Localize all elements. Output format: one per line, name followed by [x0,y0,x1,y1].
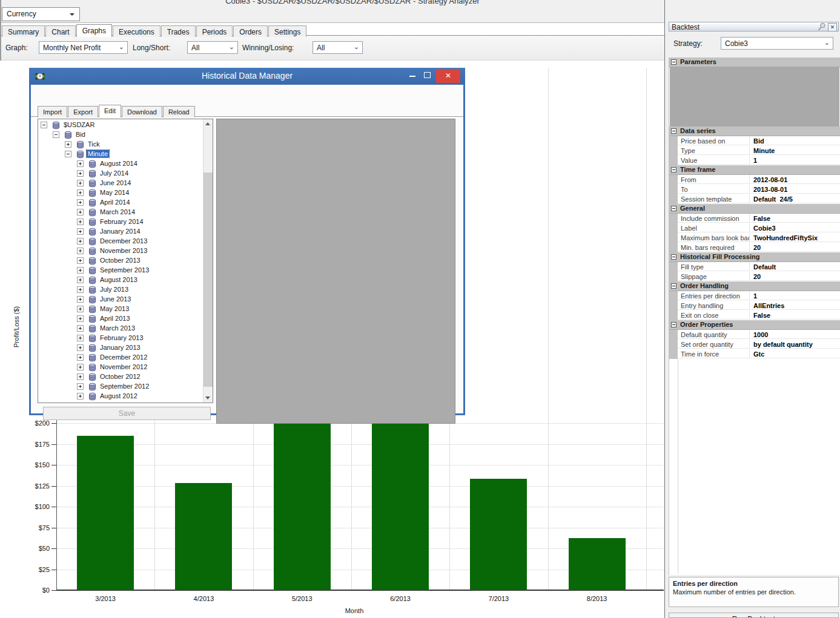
expand-plus-icon[interactable] [65,141,71,148]
tree-item[interactable]: December 2013 [38,237,211,246]
tree-item[interactable]: October 2013 [38,256,211,266]
close-button[interactable]: ✕ [436,69,460,83]
tab-orders[interactable]: Orders [233,25,268,37]
tab-executions[interactable]: Executions [113,25,160,37]
property-value[interactable]: Cobie3 [750,223,840,232]
property-value[interactable]: 2013-08-01 [750,185,840,194]
tree-item[interactable]: March 2014 [38,208,211,217]
expand-plus-icon[interactable] [77,383,84,390]
expand-plus-icon[interactable] [77,335,84,341]
tree-item[interactable]: September 2013 [38,266,211,275]
property-value[interactable]: Bid [750,136,840,145]
graph-type-dropdown[interactable]: Monthly Net Profit ⌄ [39,41,128,54]
expand-plus-icon[interactable] [77,267,84,274]
tree-item[interactable]: June 2013 [38,295,211,304]
tab-graphs[interactable]: Graphs [76,24,112,37]
tree-item[interactable]: Minute [38,150,211,159]
dialog-titlebar[interactable]: Historical Data Manager ✕ [29,68,465,85]
property-value[interactable]: 1000 [750,330,840,339]
collapse-minus-icon[interactable] [53,131,59,138]
collapse-minus-icon[interactable] [671,322,676,327]
expand-plus-icon[interactable] [77,180,84,186]
expand-plus-icon[interactable] [77,364,84,370]
close-icon[interactable]: ✕ [828,23,837,31]
expand-plus-icon[interactable] [77,219,84,225]
tree-item[interactable]: September 2012 [38,382,211,392]
tree-item[interactable]: May 2013 [38,304,211,314]
tree-item[interactable]: December 2012 [38,353,211,363]
collapse-minus-icon[interactable] [671,59,676,65]
expand-plus-icon[interactable] [77,248,84,254]
section-header[interactable]: Data series [669,127,840,136]
dialog-tab-edit[interactable]: Edit [99,105,121,117]
currency-dropdown[interactable]: Currency [2,7,80,21]
property-value[interactable]: 1 [750,156,840,165]
section-header[interactable]: Parameters [669,58,840,67]
tab-summary[interactable]: Summary [2,25,45,37]
tree-item[interactable]: February 2013 [38,334,211,343]
dialog-tab-reload[interactable]: Reload [163,106,195,117]
property-value[interactable]: Default 24/5 [750,194,840,203]
maximize-icon[interactable] [424,72,431,78]
tree-scrollbar[interactable] [203,119,213,403]
collapse-minus-icon[interactable] [671,206,676,211]
run-backtest-button[interactable]: Run Backtest [669,613,839,618]
expand-plus-icon[interactable] [77,199,84,206]
expand-plus-icon[interactable] [77,393,84,399]
property-value[interactable]: False [750,311,840,320]
winning-losing-dropdown[interactable]: All ⌄ [313,41,363,54]
tree-item[interactable]: August 2014 [38,159,211,169]
property-value[interactable]: TwoHundredFiftySix [750,233,840,242]
property-value[interactable]: 20 [750,272,840,281]
section-header[interactable]: General [669,204,840,214]
tree-item[interactable]: May 2014 [38,188,211,198]
tree-item[interactable]: November 2013 [38,246,211,256]
scroll-up-icon[interactable] [203,119,213,128]
expand-plus-icon[interactable] [77,306,84,312]
section-header[interactable]: Order Handling [669,281,840,291]
expand-plus-icon[interactable] [77,277,84,283]
tree-item[interactable]: February 2014 [38,217,211,227]
tab-periods[interactable]: Periods [196,25,233,37]
property-value[interactable]: Minute [750,146,840,155]
expand-plus-icon[interactable] [77,189,84,196]
property-value[interactable]: by default quantity [750,340,840,349]
expand-plus-icon[interactable] [77,354,84,361]
expand-plus-icon[interactable] [77,209,84,215]
dialog-tab-import[interactable]: Import [38,106,67,117]
pin-icon[interactable] [817,22,826,33]
property-value[interactable]: 20 [750,243,840,252]
tree-item[interactable]: June 2014 [38,179,211,188]
property-value[interactable]: 2012-08-01 [750,175,840,184]
expand-plus-icon[interactable] [77,286,84,293]
tree-item[interactable]: January 2013 [38,343,211,353]
dialog-tab-export[interactable]: Export [68,106,98,117]
expand-plus-icon[interactable] [77,325,84,332]
tree-item[interactable]: November 2012 [38,363,211,372]
property-value[interactable]: AllEntries [750,301,840,310]
tab-settings[interactable]: Settings [268,25,306,37]
tree-item[interactable]: $USDZAR [38,120,211,130]
tab-trades[interactable]: Trades [161,25,196,37]
collapse-minus-icon[interactable] [41,122,47,128]
tree-item[interactable]: Tick [38,140,211,150]
tree-item[interactable]: April 2014 [38,198,211,208]
tree-item[interactable]: August 2012 [38,392,211,401]
expand-plus-icon[interactable] [77,315,84,322]
dialog-tab-download[interactable]: Download [122,106,162,117]
expand-plus-icon[interactable] [77,170,84,177]
strategy-dropdown[interactable]: Cobie3 ⌄ [721,37,833,50]
section-header[interactable]: Time frame [669,165,840,175]
minimize-icon[interactable] [409,76,415,77]
section-header[interactable]: Historical Fill Processing [669,252,840,262]
expand-plus-icon[interactable] [77,238,84,245]
property-value[interactable]: False [750,214,840,223]
tree-item[interactable]: April 2013 [38,314,211,324]
tree-item[interactable]: October 2012 [38,372,211,382]
expand-plus-icon[interactable] [77,160,84,167]
section-header[interactable]: Order Properties [669,320,840,330]
tree-item[interactable]: Bid [38,130,211,140]
tree-item[interactable]: January 2014 [38,227,211,237]
expand-plus-icon[interactable] [77,296,84,303]
save-button[interactable]: Save [43,407,211,420]
